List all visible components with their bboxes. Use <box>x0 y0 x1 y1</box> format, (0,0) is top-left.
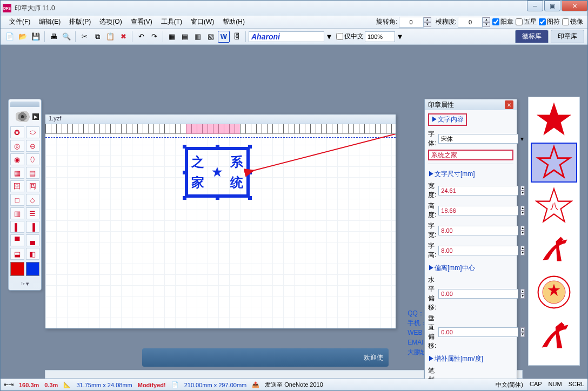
minimize-button[interactable]: ─ <box>527 1 543 11</box>
app-icon: DFS <box>3 4 11 12</box>
zoom-combo[interactable] <box>365 31 395 42</box>
section-extra[interactable]: ▶增补属性[mm/度] <box>428 352 513 365</box>
new-icon[interactable]: 📄 <box>4 31 16 43</box>
shape-row-b[interactable]: ▄ <box>26 234 40 246</box>
shape-col-l[interactable]: ▌ <box>10 221 24 233</box>
emblem-hammer-sickle-3[interactable] <box>531 359 577 366</box>
shape-minus-ring[interactable]: ⊖ <box>26 140 40 152</box>
ruler-horizontal <box>45 124 396 134</box>
print-icon[interactable]: 🖶 <box>48 31 59 43</box>
content-input[interactable] <box>428 150 513 160</box>
menu-window[interactable]: 窗口(W) <box>186 16 218 28</box>
menu-help[interactable]: 帮助(H) <box>218 16 249 28</box>
blur-input[interactable] <box>458 17 483 28</box>
v-offset-input[interactable] <box>438 327 518 337</box>
tab-seal-lib[interactable]: 印章库 <box>551 30 584 43</box>
close-button[interactable]: ✕ <box>562 1 587 11</box>
color-blue[interactable] <box>26 262 40 276</box>
delete-icon[interactable]: ✖ <box>117 31 129 43</box>
zoom-dropdown-icon[interactable]: ▾ <box>396 31 404 42</box>
undo-icon[interactable]: ↶ <box>135 31 147 43</box>
emblem-army-star[interactable]: 八 <box>531 186 577 226</box>
redo-icon[interactable]: ↷ <box>148 31 160 43</box>
width-input[interactable] <box>438 186 518 196</box>
emblem-hammer-sickle-1[interactable] <box>531 229 577 269</box>
emblem-national[interactable] <box>531 272 577 312</box>
emblem-hammer-sickle-2[interactable] <box>531 315 577 355</box>
preview-icon[interactable]: 🔍 <box>61 31 72 43</box>
word-icon[interactable]: W <box>218 31 230 43</box>
open-icon[interactable]: 📂 <box>17 31 29 43</box>
emblem-outline-star[interactable] <box>531 143 577 183</box>
shape-grid[interactable]: ▦ <box>10 167 24 179</box>
seal-object[interactable]: 之 系 家 统 ★ <box>185 147 250 198</box>
tool-d-icon[interactable]: ▧ <box>205 31 217 43</box>
color-red[interactable] <box>10 262 24 276</box>
doc-filename: 1.yzf <box>45 114 396 124</box>
titlebar: DFS 印章大师 11.0 ─ ▣ ✕ <box>1 1 587 16</box>
shape-sq-inner[interactable]: 回 <box>10 180 24 192</box>
shape-split-v[interactable]: ◧ <box>26 248 40 260</box>
shape-sq-inner2[interactable]: 囘 <box>26 180 40 192</box>
shape-sq[interactable]: □ <box>10 194 24 206</box>
shape-bars[interactable]: ▥ <box>10 207 24 219</box>
emblem-library[interactable]: 八 <box>528 97 580 366</box>
shape-row-t[interactable]: ▀ <box>10 234 24 246</box>
shape-ring[interactable]: ◎ <box>10 140 24 152</box>
chk-only-cn[interactable]: 仅中文 <box>336 32 364 41</box>
char-width-input[interactable] <box>438 226 518 235</box>
shape-diamond[interactable]: ◇ <box>26 194 40 206</box>
font-select[interactable] <box>438 134 518 144</box>
copy-icon[interactable]: ⧉ <box>91 31 103 43</box>
palette-footer-icon[interactable]: ☞▾ <box>10 279 39 288</box>
rotate-input[interactable] <box>399 17 424 28</box>
shape-rows[interactable]: ☰ <box>26 207 40 219</box>
save-icon[interactable]: 💾 <box>30 31 42 43</box>
chk-yang[interactable]: 阳章 <box>492 17 513 26</box>
font-combo[interactable] <box>249 31 324 42</box>
menu-layout[interactable]: 排版(P) <box>65 16 95 28</box>
menu-tools[interactable]: 工具(T) <box>157 16 186 28</box>
blur-up[interactable]: ▲ <box>483 17 490 22</box>
rotate-down[interactable]: ▼ <box>424 22 431 27</box>
canvas[interactable]: 之 系 家 统 ★ <box>45 134 396 328</box>
section-offset[interactable]: ▶偏离[mm]中心 <box>428 261 513 274</box>
rotate-up[interactable]: ▲ <box>424 17 431 22</box>
h-offset-input[interactable] <box>438 289 518 299</box>
shape-split-h[interactable]: ⬓ <box>10 248 24 260</box>
char-height-input[interactable] <box>438 246 518 255</box>
section-size[interactable]: ▶文字尺寸[mm] <box>428 167 513 180</box>
maximize-button[interactable]: ▣ <box>544 1 560 11</box>
db-icon[interactable]: 🗄 <box>231 31 243 43</box>
chk-mirror[interactable]: 镜像 <box>562 17 583 26</box>
font-dd-icon[interactable]: ▾ <box>520 135 524 143</box>
cut-icon[interactable]: ✂ <box>78 31 90 43</box>
eye-icon[interactable]: ▶ <box>13 111 37 122</box>
menu-view[interactable]: 查看(V) <box>126 16 157 28</box>
status-arrows-icon: ⇤⇥ <box>4 381 14 388</box>
font-dropdown-icon[interactable]: ▾ <box>325 31 333 42</box>
status-sel: 0.3m <box>44 382 58 388</box>
tab-emblem-lib[interactable]: 徽标库 <box>515 30 549 43</box>
menu-edit[interactable]: 编辑(E) <box>35 16 65 28</box>
blur-down[interactable]: ▼ <box>483 22 490 27</box>
paste-icon[interactable]: 📋 <box>104 31 116 43</box>
chk-tufu[interactable]: 图符 <box>539 17 560 26</box>
height-input[interactable] <box>438 206 518 215</box>
section-content[interactable]: ▶文字内容 <box>428 113 467 126</box>
shape-col-r[interactable]: ▐ <box>26 221 40 233</box>
emblem-solid-star[interactable] <box>531 99 577 139</box>
palette-grip[interactable] <box>10 102 39 107</box>
menu-options[interactable]: 选项(O) <box>95 16 126 28</box>
shape-grid2[interactable]: ▤ <box>26 167 40 179</box>
tool-c-icon[interactable]: ▥ <box>192 31 204 43</box>
props-close-icon[interactable]: ✕ <box>505 100 513 109</box>
shape-oval[interactable]: ⬯ <box>26 153 40 165</box>
menu-file[interactable]: 文件(F) <box>5 16 35 28</box>
chk-wuxing[interactable]: 五星 <box>516 17 537 26</box>
tool-b-icon[interactable]: ▤ <box>179 31 191 43</box>
shape-oval-star[interactable]: ⬭ <box>26 126 40 138</box>
tool-a-icon[interactable]: ▦ <box>166 31 178 43</box>
shape-circle-star[interactable]: ✪ <box>10 126 24 138</box>
shape-dbl-ring[interactable]: ◉ <box>10 153 24 165</box>
